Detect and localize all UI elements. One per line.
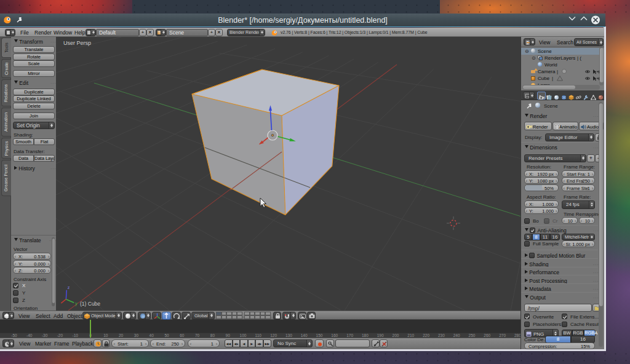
- svg-text:User Persp: User Persp: [63, 40, 91, 46]
- svg-text:(1) Cube: (1) Cube: [80, 301, 100, 307]
- svg-text:y: y: [75, 301, 78, 306]
- svg-text:z: z: [68, 285, 70, 290]
